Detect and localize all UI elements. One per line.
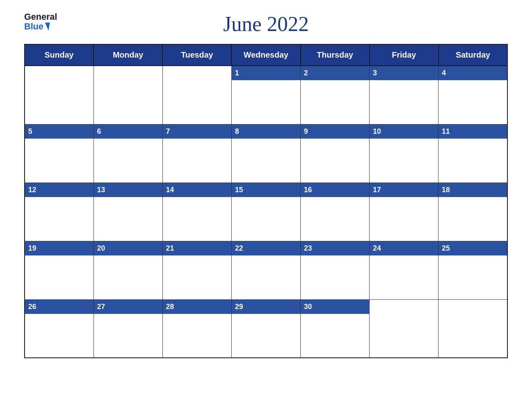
calendar-day-cell: 29 [231,299,300,358]
calendar-body: 1234567891011121314151617181920212223242… [25,66,507,358]
day-number-bar: 20 [94,241,162,255]
logo-triangle-icon [44,23,50,31]
day-of-week-header: Sunday [25,44,94,66]
calendar-day-cell: 4 [438,66,507,124]
calendar-week-row: 1234 [25,66,507,124]
calendar-day-cell [25,66,94,124]
calendar-day-cell [438,299,507,358]
calendar-table: SundayMondayTuesdayWednesdayThursdayFrid… [24,44,508,358]
day-number-bar: 7 [163,125,231,139]
calendar-week-row: 567891011 [25,124,507,183]
day-number-bar: 10 [370,125,438,139]
day-number-bar: 9 [301,125,369,139]
calendar-day-cell: 15 [231,183,300,241]
day-of-week-header: Thursday [301,44,370,66]
day-number-bar: 23 [301,241,369,255]
calendar-day-cell: 30 [301,299,370,358]
calendar-day-cell: 21 [162,241,231,299]
day-number-bar: 19 [25,241,94,255]
calendar-day-cell: 5 [25,124,94,183]
day-number-bar: 21 [163,241,231,255]
logo-general-text: General [24,12,57,22]
calendar-day-cell: 28 [162,299,231,358]
day-of-week-header: Monday [94,44,162,66]
calendar-day-cell: 2 [301,66,370,124]
calendar-week-row: 2627282930 [25,299,507,358]
day-number-bar: 25 [438,241,507,255]
day-number-bar: 26 [25,300,94,314]
day-number-bar: 28 [163,300,231,314]
day-number-bar: 14 [163,183,231,197]
logo: General Blue [24,12,57,31]
calendar-week-row: 19202122232425 [25,241,507,299]
calendar-day-cell: 23 [301,241,370,299]
day-number-bar: 5 [25,125,94,139]
day-of-week-header: Friday [370,44,438,66]
day-number-bar: 15 [232,183,300,197]
calendar-day-cell: 10 [370,124,438,183]
calendar-day-cell: 9 [301,124,370,183]
calendar-day-cell: 16 [301,183,370,241]
logo-blue-text: Blue [24,22,57,31]
day-number-bar: 29 [232,300,300,314]
day-number-bar: 11 [438,125,507,139]
calendar-day-cell: 17 [370,183,438,241]
calendar-day-cell: 22 [231,241,300,299]
day-number-bar: 4 [438,66,507,80]
day-number-bar: 17 [370,183,438,197]
calendar-day-cell: 14 [162,183,231,241]
day-number-bar: 13 [94,183,162,197]
day-number-bar: 2 [301,66,369,80]
day-of-week-header: Tuesday [162,44,231,66]
calendar-header: SundayMondayTuesdayWednesdayThursdayFrid… [25,44,507,66]
calendar-day-cell: 25 [438,241,507,299]
calendar-day-cell: 26 [25,299,94,358]
calendar-day-cell: 7 [162,124,231,183]
page-title: June 2022 [223,12,309,36]
day-number-bar: 18 [438,183,507,197]
calendar-day-cell: 1 [231,66,300,124]
calendar-day-cell: 8 [231,124,300,183]
day-number-bar: 24 [370,241,438,255]
calendar-day-cell: 12 [25,183,94,241]
calendar-day-cell: 27 [94,299,162,358]
calendar-day-cell [162,66,231,124]
calendar-day-cell: 6 [94,124,162,183]
days-of-week-row: SundayMondayTuesdayWednesdayThursdayFrid… [25,44,507,66]
day-number-bar: 16 [301,183,369,197]
day-number-bar: 22 [232,241,300,255]
calendar-day-cell: 18 [438,183,507,241]
day-number-bar: 30 [301,300,369,314]
calendar-day-cell: 3 [370,66,438,124]
calendar-day-cell: 13 [94,183,162,241]
calendar-day-cell: 19 [25,241,94,299]
calendar-day-cell: 20 [94,241,162,299]
calendar-week-row: 12131415161718 [25,183,507,241]
page-header: General Blue June 2022 [24,12,508,36]
day-of-week-header: Wednesday [231,44,300,66]
day-number-bar: 27 [94,300,162,314]
day-number-bar: 8 [232,125,300,139]
calendar-day-cell: 11 [438,124,507,183]
calendar-day-cell [370,299,438,358]
calendar-day-cell: 24 [370,241,438,299]
calendar-day-cell [94,66,162,124]
day-number-bar: 12 [25,183,94,197]
day-number-bar: 3 [370,66,438,80]
day-of-week-header: Saturday [438,44,507,66]
day-number-bar: 6 [94,125,162,139]
day-number-bar: 1 [232,66,300,80]
